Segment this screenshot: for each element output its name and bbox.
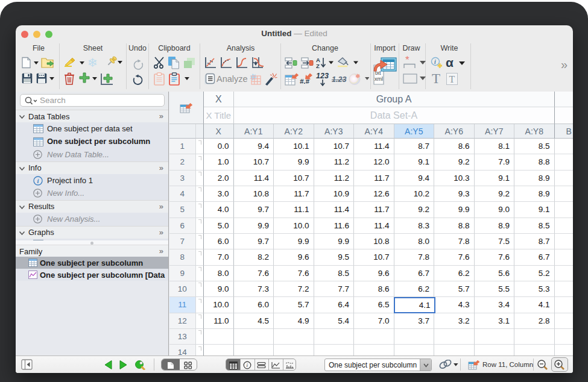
svg-text:123: 123 <box>316 72 329 80</box>
svg-text:i: i <box>247 362 248 368</box>
svg-text:Z: Z <box>316 63 320 69</box>
svg-text:i: i <box>434 58 436 65</box>
svg-text:i: i <box>37 178 39 184</box>
svg-text:xml: xml <box>375 76 383 82</box>
